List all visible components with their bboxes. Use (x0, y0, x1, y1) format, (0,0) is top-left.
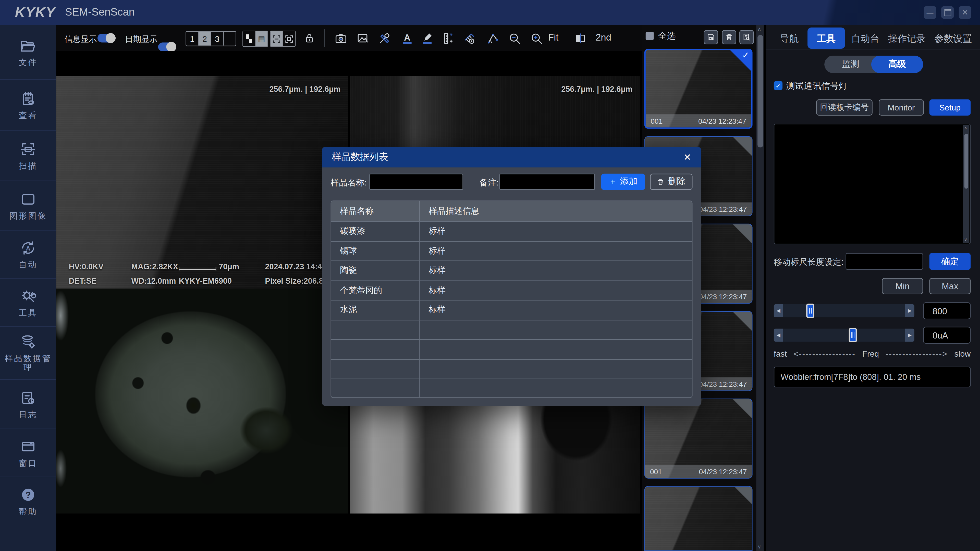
maximize-button[interactable] (941, 6, 954, 19)
table-row[interactable] (331, 379, 692, 398)
zoom-out-icon[interactable] (507, 30, 522, 46)
slider-track[interactable] (783, 304, 905, 318)
signal-test-checkbox[interactable]: ✓ (774, 81, 783, 90)
slider-right-arrow[interactable]: ▶ (905, 304, 915, 318)
fit-button[interactable]: Fit (548, 32, 558, 43)
tab-auto-stage[interactable]: 自动台 (851, 33, 880, 45)
table-row[interactable]: 陶瓷 标样 (331, 260, 692, 280)
console-output[interactable]: ∧ ∨ (774, 124, 970, 245)
sidebar-item-help[interactable]: ? 帮助 (0, 477, 56, 525)
scroll-down-icon[interactable]: ∨ (964, 238, 967, 243)
preview-thumbnails-button[interactable] (739, 30, 754, 44)
image-icon[interactable] (355, 30, 370, 46)
sidebar-item-tools[interactable]: 工具 (0, 279, 56, 327)
text-annotation-icon[interactable]: A (399, 30, 414, 46)
thumbnail-item-selected[interactable]: ✓ 001 04/23 12:23:47 (644, 49, 752, 129)
protractor-icon[interactable] (462, 30, 477, 46)
delete-sample-button[interactable]: 删除 (650, 174, 693, 190)
camera-capture-icon[interactable] (333, 30, 348, 46)
save-thumbnails-button[interactable] (704, 30, 718, 44)
monitor-button[interactable]: Monitor (879, 99, 924, 116)
sidebar-item-auto[interactable]: A 自动 (0, 230, 56, 279)
tab-tools[interactable]: 工具 (817, 33, 835, 45)
readback-board-button[interactable]: 回读板卡编号 (816, 99, 872, 116)
sample-name-input[interactable] (369, 174, 463, 190)
max-button[interactable]: Max (929, 278, 971, 294)
add-sample-button[interactable]: ＋ 添加 (601, 174, 645, 190)
setup-button[interactable]: Setup (929, 99, 971, 116)
sidebar-item-log[interactable]: 日志 (0, 380, 56, 429)
focus-frame-icon[interactable] (283, 31, 295, 46)
view-2-button[interactable]: 2 (199, 32, 211, 46)
contrast-icon[interactable] (573, 30, 587, 46)
remark-input[interactable] (500, 174, 595, 190)
tab-parameters[interactable]: 参数设置 (934, 33, 972, 45)
table-row[interactable] (331, 359, 692, 379)
table-row[interactable]: 水泥 标样 (331, 300, 692, 320)
second-button[interactable]: 2nd (596, 32, 611, 43)
dialog-close-icon[interactable]: ✕ (683, 151, 691, 163)
zoom-in-icon[interactable] (529, 30, 544, 46)
wobbler-status: Wobbler:from[7F8]to (808]. 01. 20 ms (774, 367, 970, 387)
min-button[interactable]: Min (882, 278, 923, 294)
focus-minus-icon[interactable] (270, 31, 283, 46)
sidebar-item-view[interactable]: 查看 (0, 80, 56, 130)
slider-handle[interactable] (806, 303, 815, 318)
view-1-button[interactable]: 1 (186, 32, 199, 46)
mode-advanced-option[interactable]: 高级 (871, 56, 923, 73)
angle-measure-icon[interactable] (485, 30, 500, 46)
ruler-length-input[interactable] (845, 253, 923, 270)
table-row[interactable] (331, 320, 692, 339)
close-button[interactable]: ✕ (959, 6, 971, 19)
slider-handle[interactable] (849, 328, 857, 342)
tab-operation-log[interactable]: 操作记录 (888, 33, 926, 45)
scroll-up-icon[interactable]: ∧ (757, 26, 761, 32)
sidebar-item-graphics[interactable]: 图形图像 (0, 181, 56, 230)
console-scrollbar[interactable]: ∧ ∨ (963, 125, 969, 243)
minimize-button[interactable]: — (924, 6, 936, 19)
date-display-toggle[interactable] (158, 43, 176, 51)
table-row[interactable] (331, 339, 692, 359)
checker-sparse-icon[interactable]: ▚ (243, 31, 256, 46)
thumbnail-item[interactable]: 001 04/23 12:23:47 (644, 399, 752, 478)
scroll-up-icon[interactable]: ∧ (964, 125, 967, 130)
mode-monitor-option[interactable]: 监测 (824, 56, 877, 73)
slider-left-arrow[interactable]: ◀ (774, 329, 783, 341)
wd-value: WD:12.0mm (131, 277, 176, 286)
confirm-button[interactable]: 确定 (929, 253, 971, 270)
slider-right-arrow[interactable]: ▶ (905, 329, 915, 341)
checker-dense-icon[interactable]: ▦ (256, 31, 268, 46)
select-all-checkbox[interactable] (646, 32, 654, 40)
sidebar-item-window[interactable]: 窗口 (0, 429, 56, 477)
scroll-down-icon[interactable]: ∨ (757, 544, 761, 550)
sidebar-item-sample-data[interactable]: 样品数据管理 (0, 327, 56, 380)
sidebar-item-scan[interactable]: 扫描 (0, 130, 56, 181)
sidebar-item-file[interactable]: 文件 (0, 25, 56, 80)
view-3-button[interactable]: 3 (211, 32, 224, 46)
info-display-toggle[interactable] (97, 34, 115, 42)
svg-text:A: A (404, 32, 410, 42)
dialog-header[interactable]: 样品数据列表 ✕ (322, 147, 701, 168)
tools-icon[interactable] (377, 30, 392, 46)
slider-track[interactable] (783, 329, 905, 341)
table-row[interactable]: 锡球 标样 (331, 241, 692, 260)
thumbnail-scrollbar[interactable]: ∧ ∨ (756, 25, 764, 551)
sample-data-dialog: 样品数据列表 ✕ 样品名称: 备注: ＋ 添加 删除 样品名称 样品描述信息 碳… (322, 147, 701, 406)
view-4-button[interactable] (224, 32, 236, 46)
scrollbar-thumb[interactable] (757, 35, 763, 148)
slider-1-value[interactable]: 800 (923, 302, 970, 319)
table-row[interactable]: 个梵蒂冈的 标样 (331, 280, 692, 300)
database-icon (20, 333, 36, 350)
chamber-camera-image[interactable] (56, 289, 348, 513)
table-row[interactable]: 碳喷漆 标样 (331, 221, 692, 241)
scrollbar-thumb[interactable] (964, 134, 968, 189)
lock-icon[interactable] (302, 30, 317, 46)
slider-2-value[interactable]: 0uA (923, 327, 970, 344)
ruler-measure-icon[interactable] (440, 30, 455, 46)
thumbnail-item[interactable]: 001 04/23 12:23:47 (644, 486, 752, 551)
slider-left-arrow[interactable]: ◀ (774, 304, 783, 318)
sem-image-top-left[interactable]: 256.7μm. | 192.6μm HV:0.0KV MAG:2.82KX 7… (56, 76, 348, 289)
delete-thumbnails-button[interactable] (722, 30, 736, 44)
pen-icon[interactable] (419, 30, 434, 46)
tab-navigation[interactable]: 导航 (780, 33, 799, 45)
